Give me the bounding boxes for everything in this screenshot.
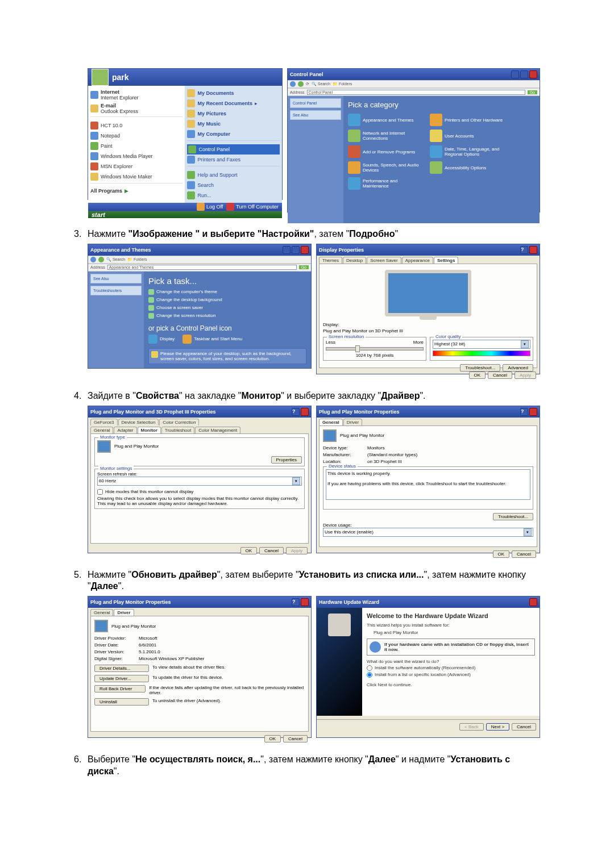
dp-res-less: Less <box>326 340 335 345</box>
dg-titlebar: Plug and Play Monitor Properties <box>319 409 400 415</box>
cp-item[interactable]: Add or Remove Programs <box>348 145 422 158</box>
dd-tab-driver[interactable]: Driver <box>114 609 134 616</box>
sm-search: Search <box>197 182 214 188</box>
sm-printers: Printers and Faxes <box>197 157 240 162</box>
btn-logoff[interactable]: Log Off <box>197 203 223 211</box>
cp-item[interactable]: Accessibility Options <box>430 161 504 174</box>
mt-tab-troubleshoot[interactable]: Troubleshoot <box>161 427 194 433</box>
resolution-slider[interactable] <box>326 347 424 350</box>
dp-cq-title: Color quality <box>434 334 462 339</box>
dd-details-button[interactable]: Driver Details... <box>94 665 149 672</box>
dp-ok-button[interactable]: OK <box>469 372 486 379</box>
dp-tab-desktop[interactable]: Desktop <box>343 257 366 264</box>
dd-rollback-button[interactable]: Roll Back Driver <box>94 685 146 692</box>
start-button[interactable]: start <box>92 211 105 218</box>
close-icon[interactable] <box>301 408 309 416</box>
cp-item[interactable]: Date, Time, Language, and Regional Optio… <box>430 145 504 158</box>
dg-usage-select[interactable]: Use this device (enable)▾ <box>323 528 533 537</box>
cp-item[interactable]: Performance and Maintenance <box>348 177 422 190</box>
dg-ok-button[interactable]: OK <box>493 550 510 558</box>
dg-manu-v: (Standard monitor types) <box>367 452 417 457</box>
close-icon[interactable] <box>529 246 537 254</box>
cp-item[interactable]: Sounds, Speech, and Audio Devices <box>348 161 422 174</box>
dp-tab-appearance[interactable]: Appearance <box>402 257 433 264</box>
mt-hide-modes-check[interactable]: Hide modes that this monitor cannot disp… <box>97 489 302 495</box>
mt-tab-general[interactable]: General <box>90 427 113 433</box>
max-icon[interactable] <box>292 246 300 254</box>
dd-rollback-text: If the device fails after updating the d… <box>149 685 305 695</box>
sm-email-sub: Outlook Express <box>101 108 138 114</box>
cp-item[interactable]: User Accounts <box>430 130 504 142</box>
mt-tab-monitor[interactable]: Monitor <box>138 427 161 433</box>
mt-tab-colormgmt[interactable]: Color Management <box>195 427 240 433</box>
wiz-welcome: Welcome to the Hardware Update Wizard <box>367 612 535 619</box>
dp-tab-themes[interactable]: Themes <box>319 257 342 264</box>
dg-cancel-button[interactable]: Cancel <box>512 550 536 558</box>
dd-date-l: Driver Date: <box>94 642 135 648</box>
cd-icon <box>370 641 381 653</box>
dp-advanced-button[interactable]: Advanced <box>503 364 533 372</box>
mt-tab-colorcorr[interactable]: Color Correction <box>159 419 199 425</box>
wiz-opt-list[interactable]: Install from a list or specific location… <box>367 672 535 678</box>
color-quality-select[interactable]: Highest (32 bit)▾ <box>433 340 530 349</box>
mt-ok-button[interactable]: OK <box>240 547 258 554</box>
close-icon[interactable] <box>529 70 537 78</box>
cp-item[interactable]: Appearance and Themes <box>348 114 422 126</box>
username: park <box>112 73 129 82</box>
help-icon[interactable]: ? <box>292 598 300 606</box>
dp-cancel-button[interactable]: Cancel <box>488 372 512 379</box>
at-task[interactable]: Choose a screen saver <box>148 305 306 311</box>
mt-tab-devsel[interactable]: Device Selection <box>118 419 159 425</box>
dp-tab-settings[interactable]: Settings <box>434 257 459 264</box>
at-titlebar: Appearance and Themes <box>90 247 151 253</box>
close-icon[interactable] <box>529 408 537 416</box>
sm-wmm: Windows Movie Maker <box>101 174 152 180</box>
dd-cancel-button[interactable]: Cancel <box>283 735 308 742</box>
help-icon[interactable]: ? <box>520 246 528 254</box>
dp-display-value: Plug and Play Monitor on 3D Prophet III <box>323 328 533 333</box>
sm-control-panel[interactable]: Control Panel <box>187 144 279 155</box>
wiz-cancel-button[interactable]: Cancel <box>512 723 536 731</box>
dd-uninstall-button[interactable]: Uninstall <box>94 698 149 706</box>
step3-images: Appearance and Themes 🔍 Search📁 Folders … <box>88 244 540 374</box>
max-icon[interactable] <box>520 70 528 78</box>
min-icon[interactable] <box>283 246 291 254</box>
dd-ok-button[interactable]: OK <box>264 735 281 742</box>
close-icon[interactable] <box>301 598 309 606</box>
dp-troubleshoot-button[interactable]: Troubleshoot... <box>460 364 500 372</box>
dg-tab-general[interactable]: General <box>319 419 343 425</box>
min-icon[interactable] <box>511 70 519 78</box>
wiz-opt-auto[interactable]: Install the software automatically (Reco… <box>367 665 535 671</box>
go-button[interactable]: Go <box>528 90 537 94</box>
dd-ver-l: Driver Version: <box>94 649 135 654</box>
at-task[interactable]: Change the desktop background <box>148 297 306 303</box>
dd-tab-general[interactable]: General <box>90 609 113 616</box>
help-icon[interactable]: ? <box>292 408 300 416</box>
dd-update-button[interactable]: Update Driver... <box>94 675 149 682</box>
at-icon-display[interactable]: Display <box>148 335 175 344</box>
close-icon[interactable] <box>529 598 537 606</box>
dg-tab-driver[interactable]: Driver <box>343 419 362 425</box>
close-icon[interactable] <box>301 246 309 254</box>
refresh-rate-select[interactable]: 60 Hertz▾ <box>97 477 302 486</box>
btn-shutdown[interactable]: Turn Off Computer <box>226 203 279 211</box>
mt-properties-button[interactable]: Properties <box>271 456 302 464</box>
help-icon[interactable]: ? <box>520 408 528 416</box>
mt-cancel-button[interactable]: Cancel <box>259 547 284 554</box>
at-task[interactable]: Change the screen resolution <box>148 313 306 319</box>
at-task[interactable]: Change the computer's theme <box>148 289 306 295</box>
step4-images: Plug and Play Monitor and 3D Prophet III… <box>88 406 540 553</box>
wiz-continue: Click Next to continue. <box>367 682 535 687</box>
dg-troubleshoot-button[interactable]: Troubleshoot... <box>493 513 533 520</box>
dg-usage-label: Device usage: <box>323 523 533 528</box>
cp-item[interactable]: Printers and Other Hardware <box>430 114 504 126</box>
mt-tab-geforce[interactable]: GeForce3 <box>90 419 118 425</box>
dp-tab-screensaver[interactable]: Screen Saver <box>367 257 401 264</box>
cp-addr-field[interactable]: Control Panel <box>307 90 525 95</box>
cp-item[interactable]: Network and Internet Connections <box>348 130 422 142</box>
wiz-next-button[interactable]: Next > <box>486 723 509 731</box>
wiz-titlebar: Hardware Update Wizard <box>319 599 379 605</box>
at-icon-taskbar[interactable]: Taskbar and Start Menu <box>182 335 242 344</box>
mt-tab-adapter[interactable]: Adapter <box>114 427 136 433</box>
dp-apply-button: Apply <box>515 372 536 379</box>
